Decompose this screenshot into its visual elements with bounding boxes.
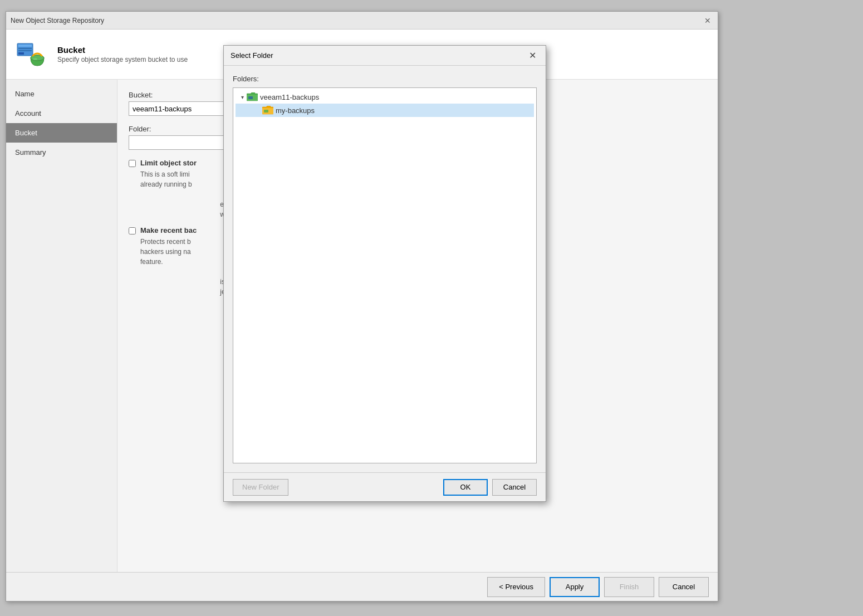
sidebar: Name Account Bucket Summary (6, 80, 117, 572)
sidebar-item-account[interactable]: Account (6, 104, 117, 123)
new-folder-button[interactable]: New Folder (233, 479, 288, 496)
dialog-body: Folders: ▾ veeam11-backups (224, 66, 546, 472)
tree-item-parent[interactable]: ▾ veeam11-backups (236, 90, 534, 104)
header-text: Bucket Specify object storage system buc… (57, 45, 188, 63)
header-icon (15, 38, 48, 71)
svg-rect-1 (18, 45, 32, 47)
recent-backup-checkbox[interactable] (129, 227, 136, 234)
svg-rect-9 (264, 110, 268, 113)
svg-point-7 (33, 58, 37, 60)
folder-parent-icon (247, 92, 258, 102)
bucket-icon (16, 39, 47, 70)
main-close-button[interactable]: ✕ (702, 15, 713, 26)
select-folder-dialog: Select Folder ✕ Folders: ▾ (223, 45, 546, 502)
header-title: Bucket (57, 45, 188, 55)
folders-label: Folders: (233, 75, 537, 83)
dialog-close-button[interactable]: ✕ (526, 49, 539, 62)
tree-parent-label: veeam11-backups (260, 93, 319, 101)
tree-item-child[interactable]: my-backups (236, 104, 534, 117)
folder-tree[interactable]: ▾ veeam11-backups (233, 87, 537, 463)
tree-child-label: my-backups (276, 106, 315, 115)
main-window: New Object Storage Repository ✕ (6, 11, 718, 602)
sidebar-item-bucket[interactable]: Bucket (6, 123, 117, 143)
limit-storage-checkbox[interactable] (129, 160, 136, 167)
apply-button[interactable]: Apply (550, 577, 600, 597)
dialog-titlebar: Select Folder ✕ (224, 46, 546, 66)
header-description: Specify object storage system bucket to … (57, 56, 188, 63)
folder-child-icon (262, 105, 273, 115)
dialog-footer: New Folder OK Cancel (224, 472, 546, 501)
svg-rect-8 (248, 96, 253, 99)
cancel-button[interactable]: Cancel (659, 577, 709, 597)
main-titlebar: New Object Storage Repository ✕ (6, 12, 718, 30)
dialog-footer-right: OK Cancel (443, 479, 537, 496)
svg-rect-4 (18, 52, 24, 55)
main-window-title: New Object Storage Repository (11, 17, 104, 25)
dialog-cancel-button[interactable]: Cancel (492, 479, 537, 496)
main-footer: < Previous Apply Finish Cancel (6, 572, 718, 601)
finish-button[interactable]: Finish (604, 577, 654, 597)
ok-button[interactable]: OK (443, 479, 488, 496)
previous-button[interactable]: < Previous (487, 577, 545, 597)
svg-rect-3 (18, 50, 32, 51)
sidebar-item-summary[interactable]: Summary (6, 143, 117, 162)
sidebar-item-name[interactable]: Name (6, 84, 117, 104)
svg-rect-2 (18, 48, 32, 49)
dialog-title: Select Folder (231, 51, 273, 60)
tree-expand-icon: ▾ (238, 94, 247, 100)
